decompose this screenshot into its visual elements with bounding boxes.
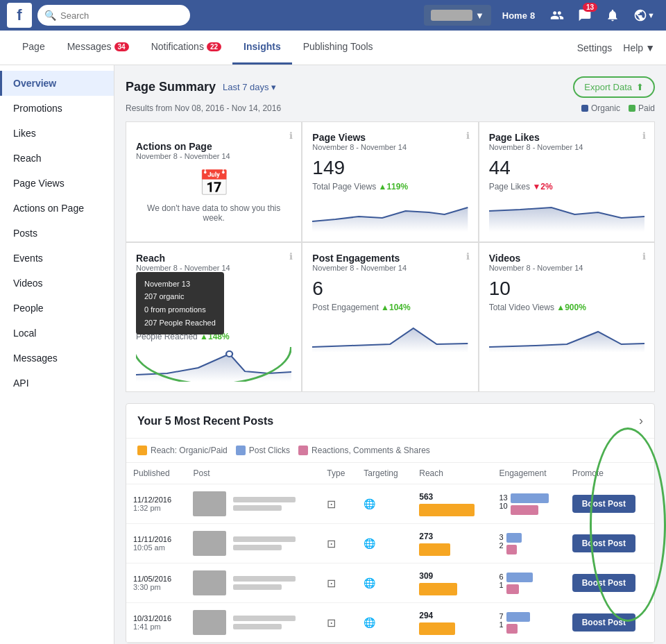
- videos-change: ▲900%: [556, 303, 586, 312]
- metric-reach-title: Reach: [136, 253, 291, 264]
- search-bar[interactable]: 🔍: [37, 5, 190, 26]
- cell-promote-3: Boost Post: [565, 603, 654, 643]
- nav-insights[interactable]: Insights: [232, 31, 292, 65]
- no-data-text: We don't have data to show you this week…: [136, 203, 291, 223]
- account-button[interactable]: ▼: [629, 0, 659, 31]
- sidebar-item-api[interactable]: API: [0, 371, 114, 396]
- boost-post-button-1[interactable]: Boost Post: [572, 534, 635, 552]
- cell-targeting-3: 🌐: [357, 603, 412, 643]
- cell-reach-3: 294: [412, 603, 492, 643]
- sidebar-item-page-views[interactable]: Page Views: [0, 171, 114, 196]
- reach-bar-orange-0: [419, 504, 475, 516]
- legend: Organic Paid: [581, 103, 655, 113]
- targeting-globe-icon-1: 🌐: [364, 538, 375, 549]
- info-icon-engagements[interactable]: ℹ: [466, 251, 470, 262]
- posts-chevron-icon[interactable]: ›: [639, 414, 643, 428]
- cell-post-2: [186, 564, 320, 603]
- export-icon: ⬆: [636, 82, 644, 92]
- info-icon-pageviews[interactable]: ℹ: [466, 130, 470, 141]
- targeting-globe-icon-2: 🌐: [364, 577, 375, 588]
- metric-videos-sub: November 8 - November 14: [489, 264, 644, 272]
- info-icon-likes[interactable]: ℹ: [642, 130, 646, 141]
- metric-actions-title: Actions on Page: [136, 141, 212, 152]
- cell-promote-2: Boost Post: [565, 564, 654, 603]
- sidebar-item-local[interactable]: Local: [0, 321, 114, 346]
- col-post: Post: [186, 463, 320, 484]
- info-icon-reach[interactable]: ℹ: [289, 251, 293, 262]
- nav-settings[interactable]: Settings: [577, 42, 613, 53]
- post-type-icon-2: ⊡: [327, 577, 336, 589]
- boost-post-button-3[interactable]: Boost Post: [572, 613, 635, 632]
- table-row: 10/31/2016 1:41 pm ⊡ 🌐 294 7 1: [126, 603, 654, 643]
- cell-post-0: [186, 484, 320, 524]
- videos-sparkline: [489, 318, 644, 353]
- nav-publishing-tools[interactable]: Publishing Tools: [292, 31, 384, 65]
- export-data-button[interactable]: Export Data ⬆: [573, 76, 655, 98]
- cell-targeting-1: 🌐: [357, 524, 412, 564]
- sec-nav-right: Settings Help ▼: [577, 31, 655, 65]
- results-text: Results from Nov 08, 2016 - Nov 14, 2016: [126, 103, 281, 113]
- boost-post-button-0[interactable]: Boost Post: [572, 495, 635, 513]
- clicks-legend-sq: [236, 446, 246, 455]
- sidebar-item-promotions[interactable]: Promotions: [0, 96, 114, 121]
- sidebar-item-overview[interactable]: Overview: [0, 71, 114, 96]
- sidebar-item-messages[interactable]: Messages: [0, 346, 114, 371]
- friends-button[interactable]: [546, 0, 568, 31]
- cell-type-1: ⊡: [320, 524, 357, 564]
- col-promote: Promote: [565, 463, 654, 484]
- sidebar-item-actions-on-page[interactable]: Actions on Page: [0, 196, 114, 221]
- legend-reactions: Reactions, Comments & Shares: [298, 446, 430, 455]
- top-nav: f 🔍 ▼ Home 8 13 ▼: [0, 0, 666, 31]
- info-icon-actions[interactable]: ℹ: [289, 130, 293, 141]
- cell-engagement-2: 6 1: [493, 564, 565, 603]
- reach-tooltip: November 13 207 organic 0 from promotion…: [136, 272, 224, 335]
- reach-sparkline: [136, 347, 291, 382]
- summary-period[interactable]: Last 7 days ▾: [223, 82, 276, 92]
- metric-page-views: ℹ Page Views November 8 - November 14 14…: [302, 122, 477, 242]
- sidebar-item-posts[interactable]: Posts: [0, 221, 114, 246]
- search-input[interactable]: [60, 10, 183, 21]
- home-nav[interactable]: Home 8: [497, 10, 540, 21]
- bar-blue-2: [506, 573, 533, 582]
- paid-dot: [629, 105, 635, 112]
- col-published: Published: [126, 463, 186, 484]
- notifications-button[interactable]: [601, 0, 624, 31]
- metric-pageviews-value: 149: [312, 157, 468, 179]
- metric-reach: ℹ Reach November 8 - November 14 855 Nov…: [126, 243, 301, 391]
- post-text-1: [233, 536, 296, 550]
- summary-header: Page Summary Last 7 days ▾ Export Data ⬆: [126, 76, 655, 98]
- nav-page[interactable]: Page: [11, 31, 56, 65]
- col-engagement: Engagement: [493, 463, 565, 484]
- sidebar-item-reach[interactable]: Reach: [0, 146, 114, 171]
- sidebar-item-people[interactable]: People: [0, 296, 114, 321]
- cell-published-0: 11/12/2016 1:32 pm: [126, 484, 186, 524]
- likes-sparkline: [489, 197, 644, 232]
- nav-help[interactable]: Help ▼: [623, 42, 655, 53]
- nav-notifications[interactable]: Notifications 22: [140, 31, 232, 65]
- metric-pageviews-sub: November 8 - November 14: [312, 143, 468, 151]
- legend-paid: Paid: [629, 103, 655, 113]
- page-selector-button[interactable]: ▼: [424, 5, 491, 26]
- boost-post-button-2[interactable]: Boost Post: [572, 574, 635, 592]
- metric-engagements-title: Post Engagements: [312, 253, 468, 264]
- bar-pink-1: [506, 545, 517, 554]
- col-type: Type: [320, 463, 357, 484]
- metric-likes-value: 44: [489, 157, 644, 179]
- pageviews-change: ▲119%: [379, 182, 409, 192]
- posts-title: Your 5 Most Recent Posts: [137, 415, 273, 427]
- sidebar-item-likes[interactable]: Likes: [0, 121, 114, 146]
- info-icon-videos[interactable]: ℹ: [642, 251, 646, 262]
- cell-promote-1: Boost Post: [565, 524, 654, 564]
- bar-pink-2: [506, 584, 519, 594]
- messages-badge: 13: [583, 3, 597, 12]
- nav-messages[interactable]: Messages 34: [56, 31, 140, 65]
- messages-button[interactable]: 13: [574, 0, 596, 31]
- metrics-grid: ℹ Actions on Page November 8 - November …: [126, 121, 655, 392]
- cell-engagement-1: 3 2: [493, 524, 565, 564]
- legend-organic: Organic: [581, 103, 620, 113]
- metric-actions-on-page: ℹ Actions on Page November 8 - November …: [126, 122, 301, 242]
- sidebar-item-videos[interactable]: Videos: [0, 271, 114, 296]
- metric-page-likes: ℹ Page Likes November 8 - November 14 44…: [479, 122, 654, 242]
- sidebar-item-events[interactable]: Events: [0, 246, 114, 271]
- home-count: 8: [530, 10, 535, 21]
